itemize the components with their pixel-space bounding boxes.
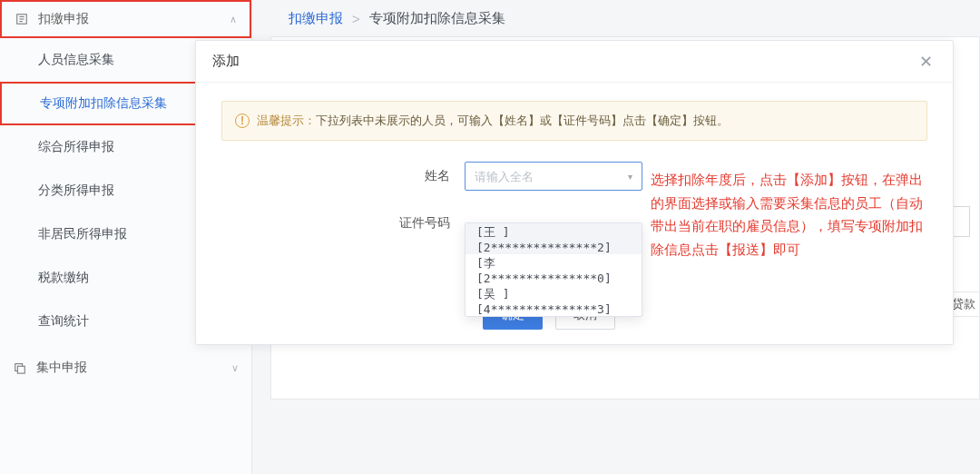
breadcrumb-link[interactable]: 扣缴申报	[289, 10, 343, 27]
breadcrumb: 扣缴申报 > 专项附加扣除信息采集	[270, 0, 980, 36]
id-label: 证件号码	[387, 215, 450, 232]
menu-group-batch-declare[interactable]: 集中申报 ∨	[0, 349, 251, 387]
breadcrumb-separator: >	[352, 11, 360, 26]
close-icon[interactable]: ✕	[915, 51, 936, 73]
menu-group-label: 扣缴申报	[38, 11, 89, 27]
name-label: 姓名	[387, 168, 450, 184]
tip-text: 下拉列表中未展示的人员，可输入【姓名】或【证件号码】点击【确定】按钮。	[316, 113, 729, 129]
name-input[interactable]	[475, 170, 628, 183]
form-icon	[15, 12, 29, 26]
tip-prefix: 温馨提示：	[257, 113, 316, 129]
dropdown-option[interactable]: [王 ][2***************2]	[466, 223, 642, 254]
breadcrumb-current: 专项附加扣除信息采集	[369, 10, 505, 27]
menu-group-withholding[interactable]: 扣缴申报 ∧	[0, 0, 251, 38]
name-dropdown: [王 ][2***************2] [李 [2***********…	[465, 222, 642, 317]
sidebar-item-label: 税款缴纳	[38, 270, 89, 286]
menu-group-label: 集中申报	[36, 360, 87, 376]
modal-title-text: 添加	[212, 53, 240, 70]
tip-bar: ! 温馨提示： 下拉列表中未展示的人员，可输入【姓名】或【证件号码】点击【确定】…	[221, 101, 927, 141]
dropdown-option[interactable]: [李 [2***************0]	[466, 254, 642, 285]
sidebar-item-label: 查询统计	[38, 313, 89, 330]
instruction-annotation: 选择扣除年度后，点击【添加】按钮，在弹出的界面选择或输入需要采集信息的员工（自动…	[651, 169, 926, 262]
stack-icon	[13, 360, 27, 375]
chevron-down-icon: ∨	[231, 362, 239, 374]
sidebar-item-label: 人员信息采集	[38, 52, 114, 68]
sidebar-item-label: 专项附加扣除信息采集	[40, 95, 167, 112]
sidebar-item-label: 非居民所得申报	[38, 226, 127, 242]
svg-rect-5	[17, 366, 24, 373]
name-combobox[interactable]: ▾	[465, 162, 642, 191]
sidebar-item-label: 分类所得申报	[38, 183, 114, 199]
info-icon: !	[235, 114, 250, 128]
dropdown-option[interactable]: [吴 ][4***************3]	[466, 285, 642, 316]
chevron-down-icon: ▾	[628, 172, 632, 182]
modal-header: 添加 ✕	[196, 41, 953, 83]
chevron-up-icon: ∧	[230, 14, 237, 25]
sidebar-item-label: 综合所得申报	[38, 139, 114, 155]
